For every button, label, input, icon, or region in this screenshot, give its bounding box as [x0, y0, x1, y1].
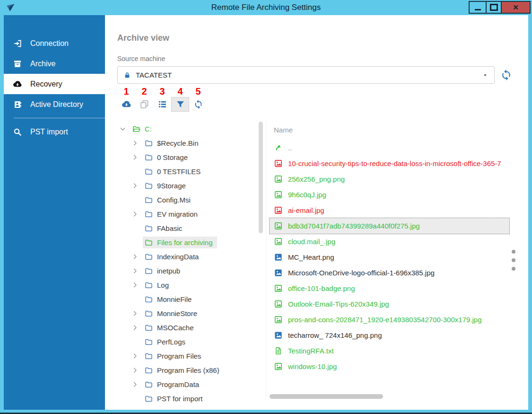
folder-icon [144, 252, 153, 261]
close-button[interactable]: ✕ [501, 1, 531, 14]
file-row-9h6c0qj-jpg[interactable]: 9h6c0qJ.jpg [270, 187, 509, 203]
tree-item-inetpub[interactable]: inetpub [117, 264, 257, 278]
tree-item-log[interactable]: Log [117, 278, 257, 292]
tree-item-ev-migration[interactable]: EV migration [117, 207, 257, 221]
tree-item-label: FAbasic [157, 224, 182, 232]
cloud-download-icon [13, 79, 22, 89]
source-machine-value: TACATEST [136, 71, 477, 79]
image-file-icon [274, 190, 283, 199]
tree-item-config-msi[interactable]: Config.Msi [117, 193, 257, 207]
tree-item-label: EV migration [157, 210, 198, 218]
folder-icon [144, 238, 153, 247]
cloud-download-icon [122, 99, 131, 109]
file-row-mc-heart-png[interactable]: MC_Heart.png [270, 249, 509, 265]
sidebar-item-active-directory[interactable]: Active Directory [4, 94, 105, 115]
file-row-techarrow-724x146-png-png[interactable]: techarrow_ 724x146_png.png [270, 327, 509, 343]
tree-item-0-storage[interactable]: 0 Storage [117, 150, 257, 164]
sidebar-item-recovery[interactable]: Recovery [4, 74, 105, 94]
chevron-icon [131, 381, 139, 388]
image-file-icon [274, 299, 283, 308]
source-machine-select[interactable]: TACATEST [117, 66, 495, 84]
tree-item-label: 0 TESTFILES [157, 167, 201, 176]
copy-icon [140, 99, 149, 109]
main-panel: Archive view Source machine TACATEST 123… [105, 15, 528, 410]
tree-item-pst-for-import[interactable]: PST for import [117, 391, 257, 403]
tree-scrollbar[interactable] [259, 122, 263, 233]
file-row-cloud-mail-jpg[interactable]: cloud.mail_.jpg [270, 234, 509, 249]
tree-item-label: IndexingData [157, 253, 199, 261]
tree-item-perflogs[interactable]: PerfLogs [117, 335, 257, 349]
filter-button[interactable] [171, 97, 189, 112]
sidebar-item-label: PST import [30, 128, 68, 136]
file-row-pros-and-cons-2028471-1920-e1493803542700-300x179-jpg[interactable]: pros-and-cons-2028471_1920-e149380354270… [270, 312, 509, 327]
chevron-icon [131, 253, 139, 260]
folder-icon [144, 153, 153, 162]
tree-item-programdata[interactable]: ProgramData [117, 377, 257, 391]
tree-item-program-files[interactable]: Program Files [117, 349, 257, 363]
refresh-button[interactable] [189, 97, 207, 112]
chevron-icon [131, 267, 139, 274]
maximize-icon [490, 4, 498, 11]
image-file-icon [274, 284, 283, 293]
tree-item-recycle-bin[interactable]: $Recycle.Bin [117, 136, 257, 150]
sidebar-item-pst-import[interactable]: PST import [4, 122, 105, 142]
window-controls: ✕ [470, 1, 531, 14]
tree-item-0-testfiles[interactable]: 0 TESTFILES [117, 164, 257, 178]
minimize-button[interactable] [469, 1, 487, 14]
folder-icon [144, 266, 153, 275]
tree-item-msocache[interactable]: MSOCache [117, 320, 257, 335]
folder-icon [144, 210, 153, 219]
tree-item-indexingdata[interactable]: IndexingData [117, 249, 257, 264]
list-view-button[interactable] [153, 97, 171, 112]
file-name: techarrow_ 724x146_png.png [288, 331, 382, 339]
app-window: Remote File Archiving Settings ✕ Connect… [0, 0, 532, 414]
login-icon [13, 39, 22, 48]
file-name: TestingRFA.txt [288, 347, 334, 355]
file-row-parent-dir[interactable]: .. [270, 140, 509, 156]
sidebar-item-label: Recovery [30, 80, 62, 88]
list-icon [157, 99, 167, 109]
app-logo-icon [5, 2, 16, 13]
folder-open-icon [132, 124, 141, 133]
tree-item-label: C: [145, 125, 152, 133]
tree-item-label: PerfLogs [157, 338, 185, 346]
sidebar-item-connection[interactable]: Connection [4, 33, 105, 53]
tree-item-program-files-x86[interactable]: Program Files (x86) [117, 363, 257, 377]
source-machine-refresh-button[interactable] [500, 69, 512, 81]
maximize-button[interactable] [486, 1, 502, 14]
file-name: pros-and-cons-2028471_1920-e149380354270… [288, 316, 482, 324]
file-name: 10-crucial-security-tips-to-reduce-data-… [288, 159, 501, 167]
file-name: 9h6c0qJ.jpg [288, 191, 326, 199]
annotation-number-4: 4 [171, 86, 189, 97]
file-row-ai-email-jpg[interactable]: ai-email.jpg [270, 203, 509, 218]
tree-item-label: $Recycle.Bin [157, 139, 199, 147]
more-options-icon[interactable] [512, 250, 515, 271]
tree-item-c[interactable]: C: [117, 122, 257, 136]
file-name: .. [288, 144, 292, 152]
file-row-outlook-email-tips-620x349-jpg[interactable]: Outlook-Email-Tips-620x349.jpg [270, 296, 509, 312]
folder-icon [144, 295, 153, 304]
file-row-bdb3d7041f7adb74399289a440f0f275-jpg[interactable]: bdb3d7041f7adb74399289a440f0f275.jpg [270, 218, 509, 234]
tree-item-label: Program Files [157, 352, 201, 360]
copy-button[interactable] [135, 97, 153, 112]
recover-button[interactable] [117, 97, 135, 112]
tree-item-label: inetpub [157, 267, 180, 275]
folder-icon [144, 323, 153, 332]
tree-item-monniefile[interactable]: MonnieFile [117, 292, 257, 306]
file-row-10-crucial-security-tips-to-reduce-data-loss-in-microsoft-office-365-7[interactable]: 10-crucial-security-tips-to-reduce-data-… [270, 156, 509, 171]
tree-item-label: Files for archiving [157, 238, 213, 247]
tree-item-files-for-archiving[interactable]: Files for archiving [117, 235, 257, 249]
file-list-horizontal-scrollbar[interactable] [270, 394, 383, 399]
tree-item-fabasic[interactable]: FAbasic [117, 221, 257, 235]
file-row-256x256-png-png[interactable]: 256x256_png.png [270, 171, 509, 187]
sidebar-item-label: Active Directory [30, 100, 83, 109]
tree-item-9storage[interactable]: 9Storage [117, 178, 257, 193]
file-row-microsoft-onedrive-logo-official-1-696x385-jpg[interactable]: Microsoft-OneDrive-logo-official-1-696x3… [270, 265, 509, 281]
file-row-testingrfa-txt[interactable]: TestingRFA.txt [270, 343, 509, 359]
sidebar-item-archive[interactable]: Archive [4, 53, 105, 74]
sidebar-divider [14, 118, 105, 118]
file-row-windows-10-jpg[interactable]: windows-10.jpg [270, 359, 509, 374]
file-row-office-101-badge-png[interactable]: office-101-badge.png [270, 281, 509, 296]
folder-icon [144, 139, 153, 148]
tree-item-monniestore[interactable]: MonnieStore [117, 306, 257, 320]
